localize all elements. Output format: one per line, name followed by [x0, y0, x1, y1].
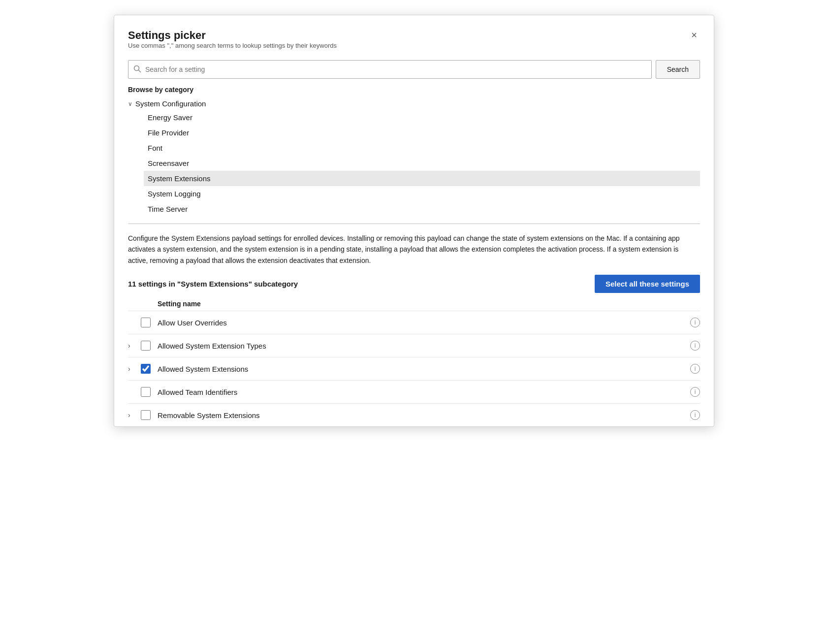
subcategory-item-energy-saver[interactable]: Energy Saver [144, 110, 700, 125]
subcategory-item-system-extensions[interactable]: System Extensions [144, 171, 700, 186]
info-icon-allow-user-overrides[interactable]: i [690, 318, 700, 327]
subcategory-item-font[interactable]: Font [144, 140, 700, 156]
info-icon-allowed-team-identifiers[interactable]: i [690, 387, 700, 397]
subcategory-list: Energy Saver File Provider Font Screensa… [144, 110, 700, 217]
setting-label-removable-system-extensions: Removable System Extensions [158, 411, 685, 419]
info-icon-removable-system-extensions[interactable]: i [690, 410, 700, 420]
expand-icon-placeholder [128, 319, 139, 326]
checkbox-removable-system-extensions[interactable] [141, 410, 151, 420]
subcategory-item-file-provider[interactable]: File Provider [144, 125, 700, 140]
search-input[interactable] [145, 65, 646, 73]
expand-icon-allowed-extension-types[interactable]: › [128, 342, 139, 350]
subcategory-item-time-server[interactable]: Time Server [144, 201, 700, 217]
search-input-wrap [128, 60, 652, 79]
subcategory-item-screensaver[interactable]: Screensaver [144, 156, 700, 171]
dialog-title-area: Settings picker Use commas "," among sea… [128, 29, 337, 57]
select-all-button[interactable]: Select all these settings [595, 275, 700, 293]
description-text: Configure the System Extensions payload … [128, 233, 700, 266]
search-row: Search [128, 60, 700, 79]
chevron-down-icon: ∨ [128, 100, 132, 107]
settings-count-row: 11 settings in "System Extensions" subca… [128, 275, 700, 293]
table-row: Allowed Team Identifiers i [128, 380, 700, 403]
settings-list: Allow User Overrides i › Allowed System … [128, 311, 700, 426]
dialog-title: Settings picker [128, 29, 337, 42]
checkbox-allowed-system-extensions[interactable] [141, 364, 151, 374]
expand-icon-allowed-system-extensions[interactable]: › [128, 365, 139, 373]
settings-column-header: Setting name [128, 300, 700, 311]
section-divider [128, 224, 700, 224]
category-header[interactable]: ∨ System Configuration [128, 97, 700, 110]
checkbox-allowed-team-identifiers[interactable] [141, 387, 151, 397]
search-button[interactable]: Search [656, 60, 700, 79]
table-row: › Removable System Extensions i [128, 403, 700, 426]
settings-picker-dialog: Settings picker Use commas "," among sea… [114, 15, 714, 427]
category-name: System Configuration [135, 99, 206, 108]
setting-label-allowed-system-extensions: Allowed System Extensions [158, 365, 685, 373]
setting-label-allow-user-overrides: Allow User Overrides [158, 319, 685, 327]
table-row: › Allowed System Extension Types i [128, 334, 700, 357]
category-tree: ∨ System Configuration Energy Saver File… [128, 97, 700, 217]
setting-label-allowed-team-identifiers: Allowed Team Identifiers [158, 388, 685, 396]
checkbox-allowed-system-extension-types[interactable] [141, 341, 151, 351]
table-row: › Allowed System Extensions i [128, 357, 700, 380]
svg-line-1 [139, 70, 141, 72]
setting-label-allowed-system-extension-types: Allowed System Extension Types [158, 342, 685, 350]
info-icon-allowed-system-extension-types[interactable]: i [690, 341, 700, 351]
settings-count: 11 settings in "System Extensions" subca… [128, 280, 298, 288]
close-button[interactable]: × [688, 29, 700, 41]
browse-label: Browse by category [128, 86, 700, 94]
dialog-header: Settings picker Use commas "," among sea… [128, 29, 700, 57]
dialog-subtitle: Use commas "," among search terms to loo… [128, 42, 337, 49]
table-row: Allow User Overrides i [128, 311, 700, 334]
expand-icon-removable-system-extensions[interactable]: › [128, 411, 139, 419]
search-icon [133, 65, 141, 74]
expand-icon-placeholder-2 [128, 388, 139, 396]
subcategory-item-system-logging[interactable]: System Logging [144, 186, 700, 201]
info-icon-allowed-system-extensions[interactable]: i [690, 364, 700, 374]
checkbox-allow-user-overrides[interactable] [141, 318, 151, 327]
